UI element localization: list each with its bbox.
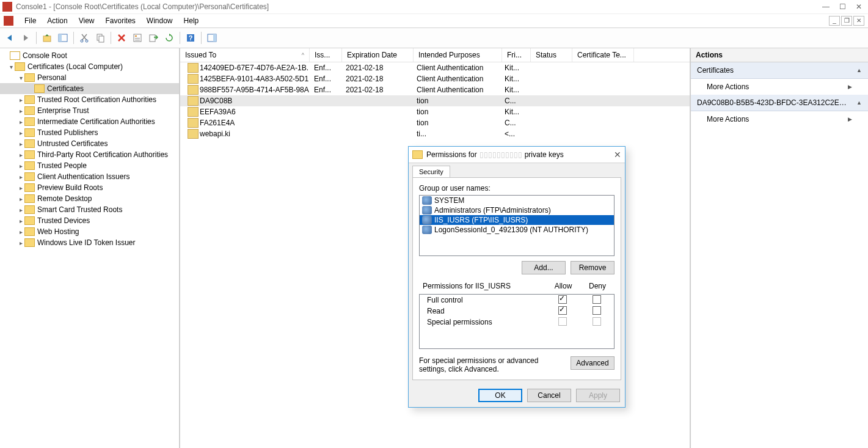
col-status[interactable]: Status	[531, 48, 572, 62]
permission-row: Read	[420, 306, 614, 317]
add-button[interactable]: Add...	[522, 261, 566, 274]
col-purposes[interactable]: Intended Purposes	[414, 48, 502, 62]
doc-minimize-button[interactable]: _	[829, 16, 840, 26]
col-template[interactable]: Certificate Te...	[572, 48, 634, 62]
list-item[interactable]: 142409ED-67E7-4D76-AE2A-1B...Enf...2021-…	[180, 62, 690, 73]
svg-rect-2	[59, 34, 62, 42]
user-group-icon	[422, 226, 432, 234]
certificate-icon	[188, 107, 199, 117]
help-button[interactable]: ?	[183, 31, 198, 45]
certificate-icon	[188, 74, 199, 84]
up-button[interactable]	[40, 31, 54, 45]
minimize-button[interactable]: —	[822, 2, 830, 11]
tab-security[interactable]: Security	[412, 166, 450, 177]
permission-row: Full control	[420, 295, 614, 306]
advanced-button[interactable]: Advanced	[571, 356, 615, 370]
tree-pane[interactable]: Console Root ▾Certificates (Local Comput…	[0, 48, 180, 448]
col-issued-by[interactable]: Iss...	[310, 48, 342, 62]
tree-item[interactable]: ▸Trusted Publishers	[0, 127, 179, 138]
group-item[interactable]: IIS_IUSRS (FTP\IIS_IUSRS)	[420, 215, 614, 225]
show-hide-action-pane-button[interactable]	[205, 31, 219, 45]
cut-button[interactable]	[77, 31, 92, 45]
mmc-icon	[4, 16, 13, 26]
col-issued-to[interactable]: Issued To ^	[180, 48, 310, 62]
menu-action[interactable]: Action	[47, 17, 67, 25]
back-button[interactable]	[2, 31, 17, 45]
forward-button[interactable]	[18, 31, 33, 45]
doc-close-button[interactable]: ✕	[853, 16, 864, 26]
remove-button[interactable]: Remove	[571, 261, 615, 274]
tree-item[interactable]: ▸Preview Build Roots	[0, 182, 179, 193]
refresh-button[interactable]	[162, 31, 177, 45]
tree-item[interactable]: ▸Trusted Root Certification Authorities	[0, 94, 179, 105]
list-item[interactable]: DA9C08BtionC...	[180, 95, 690, 106]
tree-console-root[interactable]: Console Root	[0, 50, 179, 61]
svg-rect-11	[150, 35, 155, 42]
menu-bar: File Action View Favorites Window Help _…	[0, 14, 868, 28]
tree-item[interactable]: ▸Web Hosting	[0, 226, 179, 237]
list-item[interactable]: FA261E4AtionC...	[180, 117, 690, 128]
copy-button[interactable]	[93, 31, 108, 45]
checkbox[interactable]	[558, 317, 567, 326]
list-item[interactable]: EEFA39A6tionKit...	[180, 106, 690, 117]
export-button[interactable]	[146, 31, 161, 45]
delete-button[interactable]	[114, 31, 129, 45]
certificate-icon	[188, 96, 199, 106]
folder-icon	[412, 150, 423, 159]
tree-personal[interactable]: ▾Personal	[0, 72, 179, 83]
maximize-button[interactable]: ☐	[839, 2, 846, 11]
doc-restore-button[interactable]: ❐	[841, 16, 852, 26]
menu-favorites[interactable]: Favorites	[106, 17, 136, 25]
actions-more-2[interactable]: More Actions▶	[691, 111, 868, 127]
title-bar: Console1 - [Console Root\Certificates (L…	[0, 0, 868, 14]
tree-item[interactable]: ▸Smart Card Trusted Roots	[0, 204, 179, 215]
menu-window[interactable]: Window	[147, 17, 173, 25]
tree-item[interactable]: ▸Trusted People	[0, 160, 179, 171]
group-list[interactable]: SYSTEMAdministrators (FTP\Administrators…	[419, 195, 615, 256]
menu-view[interactable]: View	[79, 17, 95, 25]
user-group-icon	[422, 216, 432, 224]
actions-section-selected-cert[interactable]: DA9C08B0-B5B5-423D-BFDC-3EA312C2E68E;co.…	[691, 95, 868, 111]
tree-item[interactable]: ▸Windows Live ID Token Issuer	[0, 237, 179, 248]
menu-help[interactable]: Help	[184, 17, 199, 25]
tree-item[interactable]: ▸Client Authentication Issuers	[0, 171, 179, 182]
tree-item[interactable]: ▸Remote Desktop	[0, 193, 179, 204]
checkbox[interactable]	[558, 306, 567, 315]
list-item[interactable]: 988BF557-A95B-4714-AF5B-98A...Enf...2021…	[180, 84, 690, 95]
certificate-icon	[188, 129, 199, 139]
group-item[interactable]: LogonSessionId_0_4921309 (NT AUTHORITY)	[420, 225, 614, 235]
tree-certificates[interactable]: Certificates	[0, 83, 179, 94]
list-item[interactable]: webapi.kiti...<...	[180, 128, 690, 139]
tree-item[interactable]: ▸Trusted Devices	[0, 215, 179, 226]
close-button[interactable]: ✕	[856, 2, 862, 11]
list-item[interactable]: 1425BEFA-9101-4A83-A502-5D1...Enf...2021…	[180, 73, 690, 84]
group-item[interactable]: Administrators (FTP\Administrators)	[420, 205, 614, 215]
show-hide-tree-button[interactable]	[56, 31, 70, 45]
svg-rect-9	[135, 38, 140, 39]
col-expiration[interactable]: Expiration Date	[342, 48, 414, 62]
col-friendly[interactable]: Fri...	[502, 48, 531, 62]
checkbox[interactable]	[558, 295, 567, 304]
properties-button[interactable]	[130, 31, 145, 45]
menu-file[interactable]: File	[24, 17, 36, 25]
certificate-icon	[188, 118, 199, 128]
actions-section-certificates[interactable]: Certificates▲	[691, 62, 868, 79]
tree-item[interactable]: ▸Untrusted Certificates	[0, 138, 179, 149]
svg-text:?: ?	[189, 34, 193, 42]
cancel-button[interactable]: Cancel	[527, 389, 571, 402]
ok-button[interactable]: OK	[478, 389, 522, 402]
checkbox[interactable]	[593, 306, 601, 315]
apply-button[interactable]: Apply	[576, 389, 620, 402]
actions-more-1[interactable]: More Actions▶	[691, 79, 868, 95]
tree-item[interactable]: ▸Third-Party Root Certification Authorit…	[0, 149, 179, 160]
checkbox[interactable]	[593, 317, 601, 326]
actions-header: Actions	[691, 48, 868, 62]
tree-certificates-local[interactable]: ▾Certificates (Local Computer)	[0, 61, 179, 72]
group-item[interactable]: SYSTEM	[420, 196, 614, 205]
tree-item[interactable]: ▸Enterprise Trust	[0, 105, 179, 116]
dialog-close-button[interactable]: ✕	[614, 150, 621, 160]
list-header: Issued To ^ Iss... Expiration Date Inten…	[180, 48, 690, 62]
dialog-titlebar[interactable]: Permissions for ▯▯▯▯▯▯▯▯▯▯ private keys …	[409, 147, 625, 163]
checkbox[interactable]	[593, 295, 601, 304]
tree-item[interactable]: ▸Intermediate Certification Authorities	[0, 116, 179, 127]
